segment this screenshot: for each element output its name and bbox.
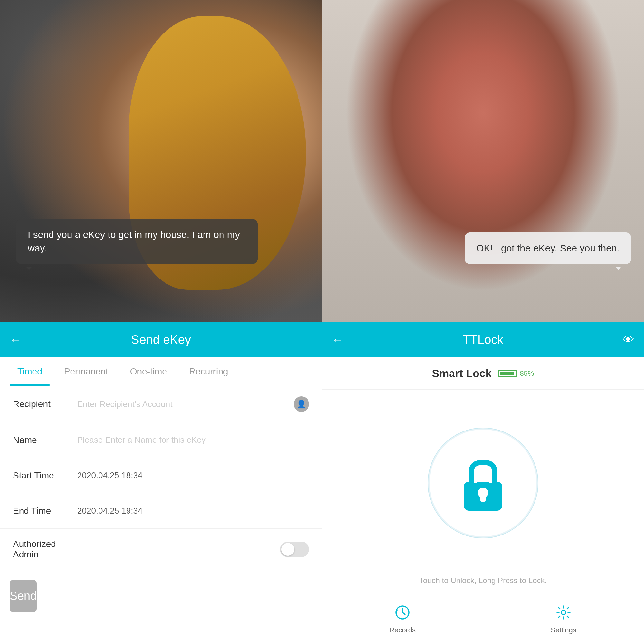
start-time-label: Start Time bbox=[13, 470, 77, 481]
lock-circle-container[interactable] bbox=[322, 390, 644, 576]
car-photo bbox=[0, 0, 322, 322]
svg-rect-2 bbox=[480, 493, 486, 502]
lock-circle[interactable] bbox=[428, 428, 538, 538]
nav-settings[interactable]: Settings bbox=[483, 601, 644, 638]
end-time-value[interactable]: 2020.04.25 19:34 bbox=[77, 506, 309, 516]
tab-bar: Timed Permanent One-time Recurring bbox=[0, 357, 322, 386]
bubble-text-left: I send you a eKey to get in my house. I … bbox=[28, 228, 246, 255]
battery-bar bbox=[498, 370, 517, 377]
send-ekey-header: ← Send eKey bbox=[0, 322, 322, 357]
settings-icon bbox=[556, 605, 571, 623]
form-container: Recipient Enter Recipient's Account 👤 Na… bbox=[0, 386, 322, 644]
recipient-row: Recipient Enter Recipient's Account 👤 bbox=[0, 386, 322, 422]
name-row: Name Please Enter a Name for this eKey bbox=[0, 422, 322, 458]
quad-bottom-left: ← Send eKey Timed Permanent One-time Rec… bbox=[0, 322, 322, 644]
ttlock-header: ← TTLock 👁 bbox=[322, 322, 644, 357]
tab-permanent[interactable]: Permanent bbox=[56, 357, 116, 386]
touch-unlock-text: Touch to Unlock, Long Press to Lock. bbox=[322, 576, 644, 595]
bottom-nav: Records Settings bbox=[322, 595, 644, 644]
battery-indicator: 85% bbox=[498, 369, 534, 378]
ttlock-back-arrow-icon[interactable]: ← bbox=[332, 333, 343, 346]
send-button[interactable]: Send bbox=[10, 580, 37, 612]
authorized-admin-row: Authorized Admin bbox=[0, 529, 322, 570]
nav-records[interactable]: Records bbox=[322, 601, 483, 638]
recipient-icon[interactable]: 👤 bbox=[294, 396, 309, 412]
recipient-label: Recipient bbox=[13, 399, 77, 409]
speech-bubble-right: OK! I got the eKey. See you then. bbox=[465, 232, 631, 264]
speech-bubble-left: I send you a eKey to get in my house. I … bbox=[16, 219, 258, 264]
start-time-row: Start Time 2020.04.25 18:34 bbox=[0, 458, 322, 493]
settings-label: Settings bbox=[551, 626, 576, 634]
records-label: Records bbox=[389, 626, 416, 634]
battery-text: 85% bbox=[520, 369, 534, 378]
send-ekey-title: Send eKey bbox=[131, 333, 191, 347]
records-icon bbox=[395, 605, 410, 623]
lock-name-row: Smart Lock 85% bbox=[322, 357, 644, 390]
recipient-input[interactable]: Enter Recipient's Account bbox=[77, 399, 290, 409]
eye-icon[interactable]: 👁 bbox=[623, 333, 634, 346]
bubble-text-right: OK! I got the eKey. See you then. bbox=[476, 241, 620, 255]
name-input[interactable]: Please Enter a Name for this eKey bbox=[77, 435, 309, 445]
start-time-value[interactable]: 2020.04.25 18:34 bbox=[77, 470, 309, 480]
main-container: I send you a eKey to get in my house. I … bbox=[0, 0, 644, 644]
ttlock-title: TTLock bbox=[463, 333, 504, 347]
quad-top-left: I send you a eKey to get in my house. I … bbox=[0, 0, 322, 322]
end-time-row: End Time 2020.04.25 19:34 bbox=[0, 493, 322, 529]
authorized-admin-toggle[interactable] bbox=[280, 542, 309, 557]
quad-top-right: OK! I got the eKey. See you then. bbox=[322, 0, 644, 322]
tab-recurring[interactable]: Recurring bbox=[181, 357, 236, 386]
authorized-admin-label: Authorized Admin bbox=[13, 539, 77, 560]
svg-point-5 bbox=[561, 610, 566, 615]
lock-icon bbox=[451, 451, 515, 515]
end-time-label: End Time bbox=[13, 506, 77, 516]
tab-one-time[interactable]: One-time bbox=[122, 357, 175, 386]
lock-name: Smart Lock bbox=[432, 367, 491, 380]
tab-timed[interactable]: Timed bbox=[10, 357, 50, 386]
door-photo bbox=[322, 0, 644, 322]
name-label: Name bbox=[13, 435, 77, 445]
quad-bottom-right: ← TTLock 👁 Smart Lock 85% bbox=[322, 322, 644, 644]
back-arrow-icon[interactable]: ← bbox=[10, 333, 21, 346]
